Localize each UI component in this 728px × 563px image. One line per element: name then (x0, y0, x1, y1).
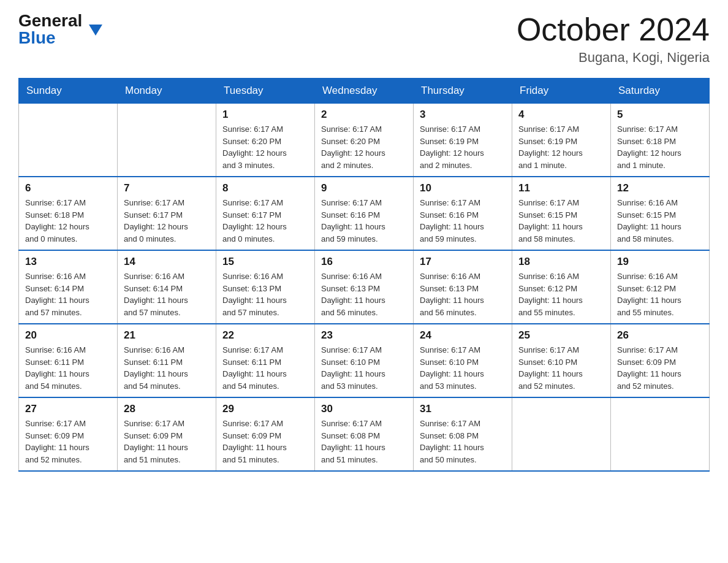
day-info: Sunrise: 6:17 AM Sunset: 6:08 PM Dayligh… (321, 418, 407, 465)
day-info: Sunrise: 6:17 AM Sunset: 6:10 PM Dayligh… (321, 344, 407, 392)
calendar-cell: 19Sunrise: 6:16 AM Sunset: 6:12 PM Dayli… (611, 250, 710, 324)
title-block: October 2024 Bugana, Kogi, Nigeria (517, 12, 710, 66)
day-number: 15 (222, 256, 308, 268)
calendar-cell: 21Sunrise: 6:16 AM Sunset: 6:11 PM Dayli… (118, 324, 216, 397)
calendar-cell: 17Sunrise: 6:16 AM Sunset: 6:13 PM Dayli… (414, 250, 512, 324)
calendar-cell (118, 104, 216, 177)
day-info: Sunrise: 6:17 AM Sunset: 6:11 PM Dayligh… (222, 344, 308, 392)
day-number: 12 (617, 182, 703, 194)
calendar-cell: 4Sunrise: 6:17 AM Sunset: 6:19 PM Daylig… (512, 104, 611, 177)
day-number: 14 (124, 256, 210, 268)
day-number: 9 (321, 182, 407, 194)
calendar-cell: 18Sunrise: 6:16 AM Sunset: 6:12 PM Dayli… (512, 250, 611, 324)
day-info: Sunrise: 6:17 AM Sunset: 6:16 PM Dayligh… (321, 197, 407, 245)
calendar-cell (611, 397, 710, 471)
calendar-cell: 14Sunrise: 6:16 AM Sunset: 6:14 PM Dayli… (118, 250, 216, 324)
calendar-cell: 22Sunrise: 6:17 AM Sunset: 6:11 PM Dayli… (216, 324, 315, 397)
calendar-week-row: 13Sunrise: 6:16 AM Sunset: 6:14 PM Dayli… (19, 250, 710, 324)
day-info: Sunrise: 6:17 AM Sunset: 6:09 PM Dayligh… (222, 418, 308, 465)
day-info: Sunrise: 6:17 AM Sunset: 6:20 PM Dayligh… (222, 123, 308, 171)
day-info: Sunrise: 6:16 AM Sunset: 6:13 PM Dayligh… (222, 270, 308, 318)
calendar-cell: 31Sunrise: 6:17 AM Sunset: 6:08 PM Dayli… (414, 397, 512, 471)
calendar-cell: 20Sunrise: 6:16 AM Sunset: 6:11 PM Dayli… (19, 324, 118, 397)
day-info: Sunrise: 6:17 AM Sunset: 6:17 PM Dayligh… (222, 197, 308, 245)
day-number: 17 (420, 256, 506, 268)
day-number: 29 (222, 403, 308, 415)
month-title: October 2024 (517, 12, 710, 47)
logo-arrow-icon (89, 25, 102, 38)
calendar-cell (512, 397, 611, 471)
page-header: General Blue October 2024 Bugana, Kogi, … (18, 12, 710, 66)
day-number: 21 (124, 329, 210, 342)
day-number: 20 (25, 329, 111, 342)
day-number: 7 (124, 182, 210, 194)
calendar-cell: 29Sunrise: 6:17 AM Sunset: 6:09 PM Dayli… (216, 397, 315, 471)
calendar-cell: 2Sunrise: 6:17 AM Sunset: 6:20 PM Daylig… (315, 104, 414, 177)
day-info: Sunrise: 6:17 AM Sunset: 6:17 PM Dayligh… (124, 197, 210, 245)
logo-general-text: General (18, 12, 82, 29)
day-info: Sunrise: 6:16 AM Sunset: 6:11 PM Dayligh… (25, 344, 111, 392)
day-number: 31 (420, 403, 506, 415)
calendar-cell: 8Sunrise: 6:17 AM Sunset: 6:17 PM Daylig… (216, 177, 315, 250)
day-info: Sunrise: 6:16 AM Sunset: 6:15 PM Dayligh… (617, 197, 703, 245)
day-number: 18 (518, 256, 604, 268)
calendar-cell: 10Sunrise: 6:17 AM Sunset: 6:16 PM Dayli… (414, 177, 512, 250)
day-info: Sunrise: 6:17 AM Sunset: 6:10 PM Dayligh… (518, 344, 604, 392)
calendar-cell: 30Sunrise: 6:17 AM Sunset: 6:08 PM Dayli… (315, 397, 414, 471)
calendar-cell: 7Sunrise: 6:17 AM Sunset: 6:17 PM Daylig… (118, 177, 216, 250)
day-info: Sunrise: 6:16 AM Sunset: 6:13 PM Dayligh… (321, 270, 407, 318)
day-info: Sunrise: 6:17 AM Sunset: 6:09 PM Dayligh… (617, 344, 703, 392)
day-info: Sunrise: 6:16 AM Sunset: 6:14 PM Dayligh… (124, 270, 210, 318)
day-info: Sunrise: 6:17 AM Sunset: 6:19 PM Dayligh… (420, 123, 506, 171)
day-number: 30 (321, 403, 407, 415)
day-info: Sunrise: 6:17 AM Sunset: 6:20 PM Dayligh… (321, 123, 407, 171)
day-number: 27 (25, 403, 111, 415)
day-info: Sunrise: 6:17 AM Sunset: 6:19 PM Dayligh… (518, 123, 604, 171)
day-number: 23 (321, 329, 407, 342)
day-number: 5 (617, 109, 703, 121)
day-info: Sunrise: 6:16 AM Sunset: 6:12 PM Dayligh… (518, 270, 604, 318)
calendar-cell: 12Sunrise: 6:16 AM Sunset: 6:15 PM Dayli… (611, 177, 710, 250)
day-number: 13 (25, 256, 111, 268)
day-info: Sunrise: 6:17 AM Sunset: 6:08 PM Dayligh… (420, 418, 506, 465)
calendar-cell: 24Sunrise: 6:17 AM Sunset: 6:10 PM Dayli… (414, 324, 512, 397)
calendar-cell: 27Sunrise: 6:17 AM Sunset: 6:09 PM Dayli… (19, 397, 118, 471)
calendar-cell: 3Sunrise: 6:17 AM Sunset: 6:19 PM Daylig… (414, 104, 512, 177)
calendar-cell: 28Sunrise: 6:17 AM Sunset: 6:09 PM Dayli… (118, 397, 216, 471)
logo: General Blue (18, 12, 89, 47)
calendar-cell: 26Sunrise: 6:17 AM Sunset: 6:09 PM Dayli… (611, 324, 710, 397)
calendar-week-row: 6Sunrise: 6:17 AM Sunset: 6:18 PM Daylig… (19, 177, 710, 250)
calendar-cell: 13Sunrise: 6:16 AM Sunset: 6:14 PM Dayli… (19, 250, 118, 324)
day-number: 2 (321, 109, 407, 121)
calendar-cell: 16Sunrise: 6:16 AM Sunset: 6:13 PM Dayli… (315, 250, 414, 324)
day-info: Sunrise: 6:17 AM Sunset: 6:16 PM Dayligh… (420, 197, 506, 245)
day-info: Sunrise: 6:17 AM Sunset: 6:15 PM Dayligh… (518, 197, 604, 245)
day-info: Sunrise: 6:17 AM Sunset: 6:18 PM Dayligh… (25, 197, 111, 245)
day-number: 19 (617, 256, 703, 268)
day-number: 25 (518, 329, 604, 342)
day-number: 1 (222, 109, 308, 121)
calendar-cell: 15Sunrise: 6:16 AM Sunset: 6:13 PM Dayli… (216, 250, 315, 324)
day-number: 26 (617, 329, 703, 342)
day-info: Sunrise: 6:16 AM Sunset: 6:14 PM Dayligh… (25, 270, 111, 318)
logo-blue-text: Blue (18, 29, 56, 47)
weekday-header-monday: Monday (118, 79, 216, 104)
day-info: Sunrise: 6:17 AM Sunset: 6:09 PM Dayligh… (124, 418, 210, 465)
weekday-header-wednesday: Wednesday (315, 79, 414, 104)
day-number: 28 (124, 403, 210, 415)
calendar-cell: 11Sunrise: 6:17 AM Sunset: 6:15 PM Dayli… (512, 177, 611, 250)
calendar-cell: 6Sunrise: 6:17 AM Sunset: 6:18 PM Daylig… (19, 177, 118, 250)
day-number: 11 (518, 182, 604, 194)
weekday-header-sunday: Sunday (19, 79, 118, 104)
day-info: Sunrise: 6:17 AM Sunset: 6:18 PM Dayligh… (617, 123, 703, 171)
day-number: 22 (222, 329, 308, 342)
calendar-cell: 23Sunrise: 6:17 AM Sunset: 6:10 PM Dayli… (315, 324, 414, 397)
day-info: Sunrise: 6:16 AM Sunset: 6:13 PM Dayligh… (420, 270, 506, 318)
location-subtitle: Bugana, Kogi, Nigeria (517, 50, 710, 66)
calendar-cell: 1Sunrise: 6:17 AM Sunset: 6:20 PM Daylig… (216, 104, 315, 177)
calendar-cell: 9Sunrise: 6:17 AM Sunset: 6:16 PM Daylig… (315, 177, 414, 250)
svg-marker-0 (89, 25, 102, 36)
day-number: 6 (25, 182, 111, 194)
day-number: 16 (321, 256, 407, 268)
calendar-cell: 25Sunrise: 6:17 AM Sunset: 6:10 PM Dayli… (512, 324, 611, 397)
